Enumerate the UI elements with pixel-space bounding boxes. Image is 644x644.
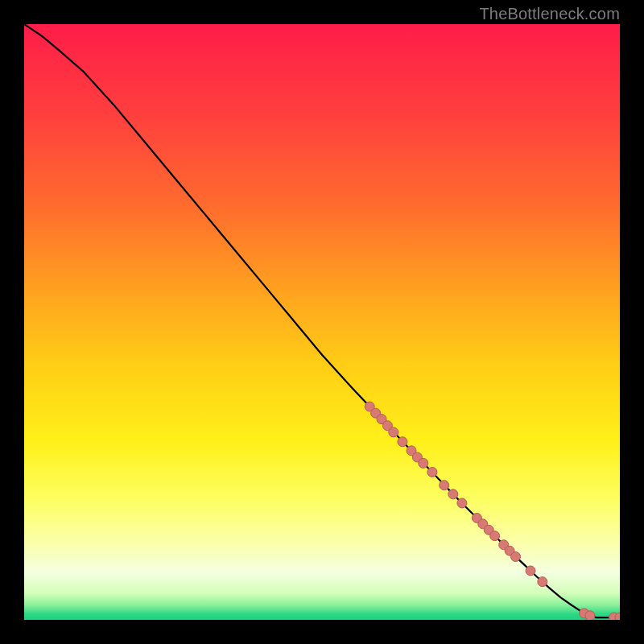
data-marker xyxy=(511,552,521,562)
data-marker xyxy=(538,577,547,587)
watermark-text: TheBottleneck.com xyxy=(479,5,620,23)
data-marker xyxy=(419,458,428,468)
data-marker xyxy=(398,437,407,447)
data-marker xyxy=(457,498,467,508)
chart-svg xyxy=(24,24,620,620)
data-marker xyxy=(490,531,500,541)
data-marker xyxy=(526,566,535,576)
data-marker xyxy=(448,489,458,499)
data-marker xyxy=(389,427,398,437)
data-marker xyxy=(585,611,595,620)
data-marker xyxy=(427,467,437,477)
plot-area xyxy=(24,24,620,620)
data-marker xyxy=(440,481,449,490)
gradient-background xyxy=(24,24,620,620)
chart-stage: TheBottleneck.com xyxy=(0,0,644,644)
